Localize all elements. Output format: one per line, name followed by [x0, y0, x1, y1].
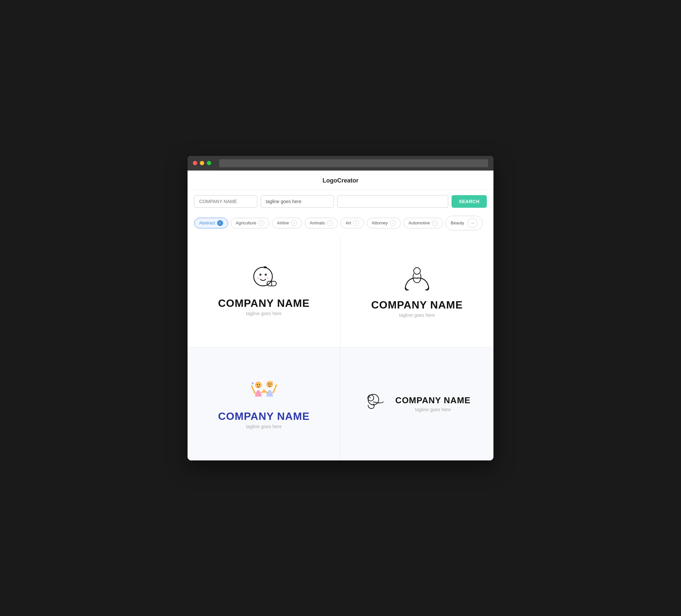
- check-icon-attorney: ✓: [390, 220, 396, 226]
- filter-chip-airline[interactable]: Airline ✓: [272, 218, 302, 228]
- filter-chip-animals[interactable]: Animals ✓: [305, 218, 338, 228]
- svg-point-1: [259, 274, 261, 276]
- logo-grid: COMPANY NAME tagline goes here: [187, 234, 494, 460]
- svg-point-9: [414, 267, 420, 274]
- tagline-2: tagline goes here: [399, 312, 435, 318]
- filter-chip-art[interactable]: Art ✓: [340, 218, 364, 228]
- svg-point-21: [370, 397, 371, 398]
- tagline-3: tagline goes here: [246, 424, 282, 429]
- svg-point-2: [265, 274, 267, 276]
- svg-point-18: [262, 389, 266, 393]
- maximize-button[interactable]: [207, 161, 211, 165]
- logo-card-2[interactable]: COMPANY NAME tagline goes here: [340, 234, 494, 348]
- url-bar: [219, 159, 488, 167]
- filter-label-automotive: Automotive: [408, 221, 430, 225]
- logo-icon-3: ✦ ✦: [249, 378, 279, 405]
- svg-point-16: [268, 384, 269, 385]
- svg-point-4: [265, 274, 266, 275]
- filter-chip-agriculture[interactable]: Agriculture ✓: [231, 218, 269, 228]
- app-window: LogoCreator SEARCH Abstract ✓ Agricultur…: [187, 156, 494, 460]
- filter-row: Abstract ✓ Agriculture ✓ Airline ✓ Anima…: [187, 213, 494, 234]
- logo-card-3[interactable]: ✦ ✦: [187, 348, 340, 460]
- filter-label-airline: Airline: [277, 221, 289, 225]
- company-name-input[interactable]: [194, 195, 257, 208]
- company-name-4: COMPANY NAME: [395, 395, 471, 406]
- color-input[interactable]: [337, 195, 448, 208]
- svg-point-0: [254, 267, 272, 286]
- company-name-2: COMPANY NAME: [371, 299, 463, 311]
- filter-label-abstract: Abstract: [199, 221, 215, 225]
- logo-icon-1: [249, 265, 279, 292]
- svg-point-3: [260, 274, 260, 275]
- check-icon-art: ✓: [353, 220, 359, 226]
- titlebar: [187, 156, 494, 171]
- logo-card-4[interactable]: COMPANY NAME tagline goes here: [340, 348, 494, 460]
- svg-point-5: [257, 277, 260, 279]
- filter-chip-automotive[interactable]: Automotive ✓: [403, 218, 443, 228]
- company-name-3: COMPANY NAME: [218, 410, 310, 422]
- check-icon-automotive: ✓: [432, 220, 438, 226]
- company-name-1: COMPANY NAME: [218, 297, 310, 309]
- filter-chip-beauty[interactable]: Beauty →: [446, 216, 482, 230]
- check-icon-animals: ✓: [327, 220, 333, 226]
- logo-text-group-4: COMPANY NAME tagline goes here: [395, 395, 471, 412]
- svg-point-17: [270, 384, 271, 385]
- filter-chip-abstract[interactable]: Abstract ✓: [194, 218, 228, 228]
- check-icon-abstract: ✓: [217, 220, 223, 226]
- app-content: LogoCreator SEARCH Abstract ✓ Agricultur…: [187, 171, 494, 460]
- filter-label-beauty: Beauty: [451, 221, 464, 225]
- filter-label-agriculture: Agriculture: [236, 221, 256, 225]
- close-button[interactable]: [193, 161, 197, 165]
- app-header: LogoCreator: [187, 171, 494, 190]
- check-icon-airline: ✓: [291, 220, 297, 226]
- svg-point-6: [266, 277, 269, 279]
- minimize-button[interactable]: [200, 161, 204, 165]
- logo-icon-2: [402, 264, 432, 293]
- search-row: SEARCH: [187, 190, 494, 213]
- filter-label-attorney: Attorney: [372, 221, 388, 225]
- search-button[interactable]: SEARCH: [452, 195, 487, 208]
- filter-chip-attorney[interactable]: Attorney ✓: [367, 218, 401, 228]
- logo-card-1[interactable]: COMPANY NAME tagline goes here: [187, 234, 340, 348]
- filter-label-art: Art: [346, 221, 351, 225]
- tagline-1: tagline goes here: [246, 311, 282, 316]
- app-title: LogoCreator: [323, 177, 358, 184]
- filter-label-animals: Animals: [309, 221, 325, 225]
- logo-icon-4: [363, 391, 390, 411]
- tagline-4: tagline goes here: [395, 407, 471, 412]
- svg-point-13: [257, 384, 258, 385]
- svg-point-14: [259, 384, 260, 385]
- check-icon-agriculture: ✓: [258, 220, 264, 226]
- next-filters-arrow[interactable]: →: [468, 218, 478, 228]
- tagline-input[interactable]: [261, 195, 334, 208]
